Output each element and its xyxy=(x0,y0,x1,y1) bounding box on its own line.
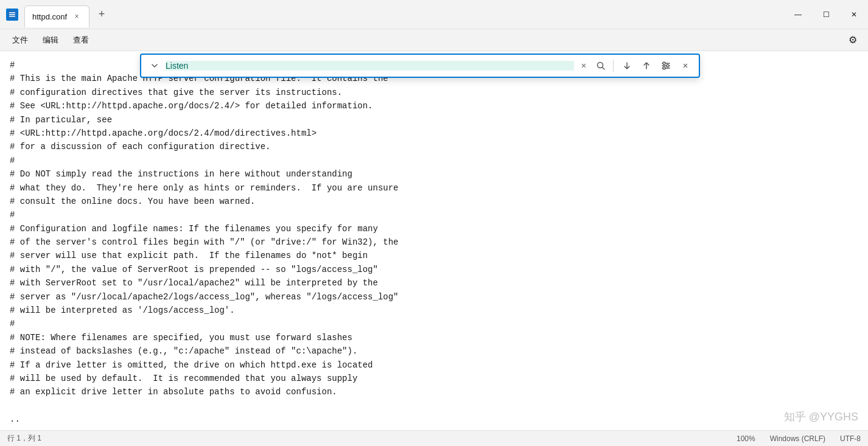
search-input[interactable] xyxy=(166,61,574,71)
maximize-button[interactable]: ☐ xyxy=(812,5,840,24)
svg-point-11 xyxy=(663,67,665,69)
status-zoom[interactable]: 100% xyxy=(737,434,755,443)
search-clear-button[interactable]: ✕ xyxy=(576,58,591,73)
status-right: 100% Windows (CRLF) UTF-8 xyxy=(737,434,861,443)
title-bar-left: httpd.conf × + xyxy=(5,2,784,27)
search-prev-button[interactable] xyxy=(638,57,655,74)
search-next-button[interactable] xyxy=(618,57,635,74)
search-dropdown-button[interactable] xyxy=(146,57,163,74)
search-bar: ✕ xyxy=(140,54,700,78)
search-container: ✕ xyxy=(140,54,700,78)
svg-line-5 xyxy=(603,68,605,70)
tab-label: httpd.conf xyxy=(32,12,67,21)
title-bar: httpd.conf × + — ☐ ✕ xyxy=(0,0,868,29)
app-icon-inner xyxy=(6,9,18,21)
status-position: 行 1，列 1 xyxy=(7,433,737,444)
tab-httpd-conf[interactable]: httpd.conf × xyxy=(24,5,89,27)
settings-button[interactable]: ⚙ xyxy=(842,30,863,49)
search-find-button[interactable] xyxy=(593,58,608,73)
app-icon xyxy=(5,7,19,22)
menu-bar: 文件 编辑 查看 ⚙ xyxy=(0,29,868,51)
editor-area[interactable]: # # This is the main Apache HTTP server … xyxy=(0,51,868,430)
tab-close-button[interactable]: × xyxy=(72,12,82,21)
svg-rect-1 xyxy=(9,12,15,13)
svg-point-10 xyxy=(667,64,669,67)
search-close-button[interactable]: ✕ xyxy=(677,57,694,74)
svg-point-9 xyxy=(663,62,665,64)
close-button[interactable]: ✕ xyxy=(840,5,868,24)
tab-add-button[interactable]: + xyxy=(92,5,111,24)
search-options-button[interactable] xyxy=(657,57,674,74)
title-bar-controls: — ☐ ✕ xyxy=(784,0,868,29)
status-line-ending[interactable]: Windows (CRLF) xyxy=(770,434,825,443)
menu-edit[interactable]: 编辑 xyxy=(35,31,66,49)
editor-content: # # This is the main Apache HTTP server … xyxy=(10,58,858,427)
svg-rect-3 xyxy=(9,16,15,17)
status-encoding[interactable]: UTF-8 xyxy=(840,434,861,443)
menu-view[interactable]: 查看 xyxy=(66,31,96,49)
tab-bar: httpd.conf × + xyxy=(24,2,111,27)
minimize-button[interactable]: — xyxy=(784,5,812,24)
menu-file[interactable]: 文件 xyxy=(5,31,35,49)
svg-rect-2 xyxy=(9,14,15,15)
search-divider xyxy=(613,60,614,72)
status-bar: 行 1，列 1 100% Windows (CRLF) UTF-8 xyxy=(0,430,868,446)
